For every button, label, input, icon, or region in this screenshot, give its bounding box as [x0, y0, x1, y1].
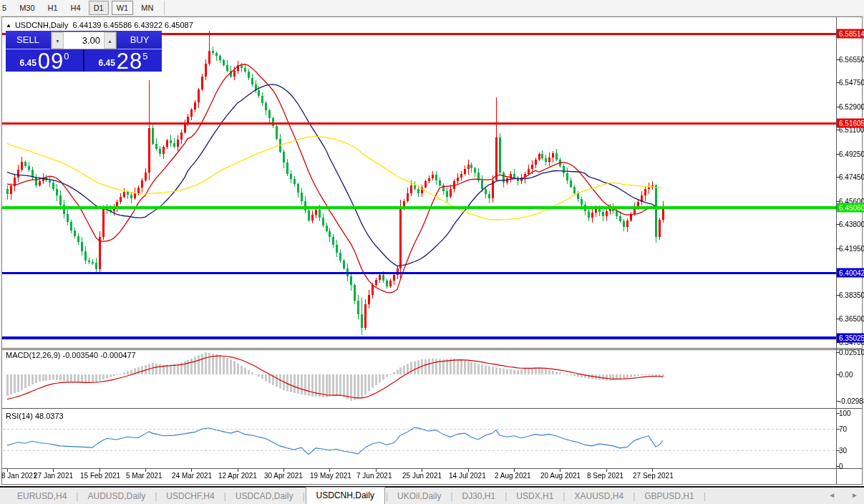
price-level-badge: 6.40042 [837, 268, 864, 278]
sell-price-pip-digit: 0 [64, 51, 69, 62]
date-axis-label: 5 Mar 2021 [126, 472, 162, 480]
date-axis-label: 14 Jul 2021 [449, 472, 486, 480]
chevron-up-icon: ▲ [107, 39, 112, 44]
tab-dj30-h1[interactable]: DJ30,H1 [454, 489, 505, 503]
price-axis-label: 6.36500 [839, 315, 864, 323]
macd-axis-label: 0.025108 [839, 348, 864, 356]
chart-symbol-label: USDCNH,Daily [15, 21, 69, 29]
tab-xauusd-h4[interactable]: XAUUSD,H4 [566, 489, 632, 503]
price-level-badge: 6.58514 [837, 29, 864, 39]
sell-price-display[interactable]: 6.45 09 0 [6, 49, 83, 72]
timeframe-button-h4[interactable]: H4 [66, 1, 86, 15]
price-level-badge: 6.35025 [837, 333, 864, 342]
rsi-indicator-label: RSI(14) 48.0373 [6, 412, 64, 420]
tab-usdcnh-daily[interactable]: USDCNH,Daily [306, 487, 385, 504]
rsi-axis-label: 30 [839, 446, 847, 454]
volume-input[interactable]: 3.00 [64, 32, 104, 49]
macd-axis-label: -0.02988 [839, 397, 864, 404]
date-axis-label: 20 Aug 2021 [540, 472, 581, 480]
buy-price-pip-digit: 5 [142, 51, 147, 62]
sell-price-prefix: 6.45 [19, 58, 36, 68]
buy-price-display[interactable]: 6.45 28 5 [84, 49, 162, 72]
tab-usdcad-daily[interactable]: USDCAD,Daily [227, 489, 302, 503]
price-axis-label: 6.43800 [839, 220, 864, 228]
rsi-axis-label: 100 [839, 410, 851, 417]
price-axis-label: 6.56550 [839, 55, 864, 63]
sell-button[interactable]: SELL [6, 31, 50, 49]
date-axis-label: 12 Apr 2021 [218, 472, 257, 480]
toolbar-separator [164, 1, 165, 15]
tab-ukoil-daily[interactable]: UKOil,Daily [389, 489, 450, 503]
date-axis-label: 8 Jan 2021 [1, 472, 37, 480]
price-level-badge: 6.51605 [837, 118, 864, 127]
rsi-axis-label: 70 [839, 425, 847, 433]
timeframe-button-m30[interactable]: M30 [14, 1, 39, 15]
date-axis-label: 25 Jun 2021 [402, 472, 442, 480]
buy-price-big-digits: 28 [117, 52, 142, 71]
date-axis-label: 2 Aug 2021 [495, 472, 531, 480]
date-axis-label: 15 Feb 2021 [80, 472, 120, 480]
scroll-right-icon[interactable]: ► [851, 491, 858, 499]
up-triangle-icon: ▲ [6, 22, 11, 29]
tab-gbpusd-h1[interactable]: GBPUSD,H1 [636, 489, 702, 503]
price-axis-label: 6.49250 [839, 150, 864, 158]
date-axis-label: 7 Jun 2021 [356, 472, 392, 480]
tab-eurusd-h4[interactable]: EURUSD,H4 [9, 489, 75, 503]
price-axis-label: 6.54750 [839, 79, 864, 87]
macd-axis-label: 0.00 [839, 371, 853, 379]
tab-audusd-daily[interactable]: AUDUSD,Daily [79, 489, 154, 503]
buy-button[interactable]: BUY [117, 31, 162, 49]
timeframe-button-mn[interactable]: MN [136, 1, 158, 15]
sell-price-big-digits: 09 [38, 52, 64, 71]
macd-indicator-label: MACD(12,26,9) -0.003540 -0.000477 [6, 351, 136, 359]
scroll-left-icon[interactable]: ◄ [828, 491, 835, 499]
date-axis-label: 24 Mar 2021 [172, 472, 212, 480]
date-axis-label: 30 Apr 2021 [264, 472, 303, 480]
price-axis-label: 6.41950 [839, 244, 864, 252]
date-axis-label: 19 May 2021 [310, 472, 351, 480]
price-axis-label: 6.47450 [839, 173, 864, 181]
price-axis-label: 6.52900 [839, 102, 864, 110]
timeframe-button-w1[interactable]: W1 [112, 1, 134, 15]
date-axis-label: 27 Sep 2021 [633, 472, 674, 480]
tab-usdchf-h4[interactable]: USDCHF,H4 [157, 489, 223, 503]
price-chart-canvas[interactable] [0, 0, 864, 504]
symbol-tab-bar: EURUSD,H4|AUDUSD,Daily|USDCHF,H4|USDCAD,… [0, 486, 864, 504]
chart-ohlc-values: 6.44139 6.45586 6.43922 6.45087 [73, 21, 193, 29]
timeframe-button-h1[interactable]: H1 [43, 1, 63, 15]
tab-usdx-h1[interactable]: USDX,H1 [508, 489, 562, 503]
one-click-trading-panel: SELL ▼ 3.00 ▲ BUY 6.45 09 0 6.45 28 5 [6, 31, 162, 72]
volume-decrease-button[interactable]: ▼ [52, 32, 64, 49]
volume-stepper: ▼ 3.00 ▲ [51, 32, 117, 49]
timeframe-toolbar: 5M30H1H4D1W1MN [0, 0, 864, 16]
timeframe-button-5[interactable]: 5 [0, 1, 11, 15]
price-axis-label: 6.38350 [839, 291, 864, 299]
price-level-badge: 6.45060 [837, 203, 864, 213]
buy-price-prefix: 6.45 [98, 58, 115, 68]
date-axis-label: 27 Jan 2021 [34, 472, 73, 480]
tab-scroll-controls: ◄ ► [828, 491, 858, 499]
tab-separator: | [703, 491, 707, 501]
chevron-down-icon: ▼ [55, 39, 60, 44]
date-axis-label: 8 Sep 2021 [587, 472, 623, 480]
volume-increase-button[interactable]: ▲ [104, 32, 116, 49]
timeframe-button-d1[interactable]: D1 [89, 1, 109, 15]
rsi-axis-label: 0 [839, 462, 843, 470]
chart-title: ▲USDCNH,Daily 6.44139 6.45586 6.43922 6.… [6, 21, 193, 29]
